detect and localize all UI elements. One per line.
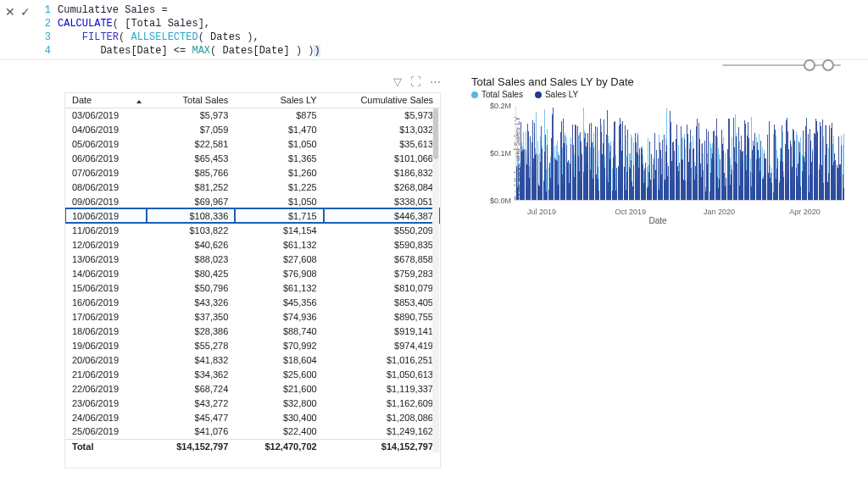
more-options-icon[interactable]: ⋯ xyxy=(430,75,441,89)
cancel-icon[interactable]: ✕ xyxy=(5,5,15,19)
table-row[interactable]: 20/06/2019$41,832$18,604$1,016,251 xyxy=(65,352,440,367)
y-tick: $0.0M xyxy=(490,197,511,205)
table-row[interactable]: 08/06/2019$81,252$1,225$268,084 xyxy=(65,180,440,194)
table-row[interactable]: 15/06/2019$50,796$61,132$810,079 xyxy=(65,280,440,295)
x-tick: Jan 2020 xyxy=(704,208,735,216)
table-row[interactable]: 17/06/2019$37,350$74,936$890,755 xyxy=(65,309,440,324)
y-tick: $0.1M xyxy=(490,149,511,158)
resize-handle-bl[interactable] xyxy=(64,461,72,469)
table-scrollbar[interactable] xyxy=(432,108,439,452)
table-row[interactable]: 11/06/2019$103,822$14,154$550,209 xyxy=(65,223,440,237)
table-row[interactable]: 25/06/2019$41,076$22,400$1,249,162 xyxy=(65,424,440,439)
table-row[interactable]: 24/06/2019$45,477$30,400$1,208,086 xyxy=(65,410,440,424)
y-tick: $0.2M xyxy=(490,102,511,110)
table-row[interactable]: 23/06/2019$43,272$32,800$1,162,609 xyxy=(65,396,440,410)
table-row[interactable]: 04/06/2019$7,059$1,470$13,032 xyxy=(65,122,440,136)
focus-mode-icon[interactable]: ⛶ xyxy=(410,75,421,89)
column-header[interactable]: Total Sales xyxy=(147,93,235,108)
dax-editor[interactable]: 1Cumulative Sales =2CALCULATE( [Total Sa… xyxy=(39,3,320,58)
table-row[interactable]: 14/06/2019$80,425$76,908$759,283 xyxy=(65,266,440,280)
table-row[interactable]: 06/06/2019$65,453$1,365$101,066 xyxy=(65,151,440,165)
table-row[interactable]: 05/06/2019$22,581$1,050$35,613 xyxy=(65,136,440,151)
table-row[interactable]: 18/06/2019$28,386$88,740$919,141 xyxy=(65,324,440,338)
x-tick: Jul 2019 xyxy=(527,208,556,216)
legend-item[interactable]: Total Sales xyxy=(471,90,523,99)
table-row[interactable]: 22/06/2019$68,724$21,600$1,119,337 xyxy=(65,381,440,396)
data-table: DateTotal SalesSales LYCumulative Sales … xyxy=(65,93,440,453)
table-row[interactable]: 21/06/2019$34,362$25,600$1,050,613 xyxy=(65,367,440,381)
table-visual[interactable]: ▽ ⛶ ⋯ DateTotal SalesSales LYCumulative … xyxy=(64,75,441,469)
x-tick: Oct 2019 xyxy=(615,208,647,216)
filter-icon[interactable]: ▽ xyxy=(393,75,402,89)
table-row[interactable]: 03/06/2019$5,973$875$5,973 xyxy=(65,108,440,122)
x-axis-label: Date xyxy=(471,216,844,225)
commit-icon[interactable]: ✓ xyxy=(20,5,31,19)
chart-title: Total Sales and Sales LY by Date xyxy=(471,75,844,88)
chart-visual[interactable]: Total Sales and Sales LY by Date Total S… xyxy=(471,75,844,225)
table-row[interactable]: 07/06/2019$85,766$1,260$186,832 xyxy=(65,165,440,180)
table-row[interactable]: 10/06/2019$108,336$1,715$446,387 xyxy=(65,208,440,223)
table-row[interactable]: 12/06/2019$40,626$61,132$590,835 xyxy=(65,237,440,252)
table-row[interactable]: 13/06/2019$88,023$27,608$678,858 xyxy=(65,252,440,266)
chart-legend: Total SalesSales LY xyxy=(471,90,844,99)
formula-bar: ✕ ✓ 1Cumulative Sales =2CALCULATE( [Tota… xyxy=(0,0,868,60)
table-row[interactable]: 16/06/2019$43,326$45,356$853,405 xyxy=(65,295,440,309)
table-row[interactable]: 09/06/2019$69,967$1,050$338,051 xyxy=(65,194,440,208)
column-header[interactable]: Sales LY xyxy=(235,93,323,108)
column-header[interactable]: Cumulative Sales xyxy=(324,93,440,108)
legend-item[interactable]: Sales LY xyxy=(535,90,578,99)
table-row[interactable]: 19/06/2019$55,278$70,992$974,419 xyxy=(65,338,440,352)
chart-plot-area[interactable] xyxy=(515,106,844,201)
resize-handle-br[interactable] xyxy=(433,461,441,469)
column-header[interactable]: Date xyxy=(65,93,147,108)
x-tick: Apr 2020 xyxy=(789,208,821,216)
